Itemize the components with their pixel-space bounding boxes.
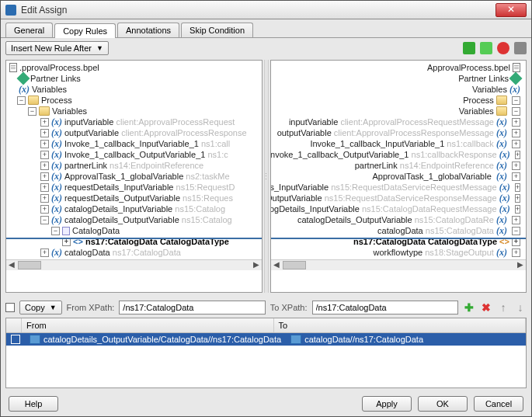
tab-general[interactable]: General	[5, 23, 53, 37]
expand-icon[interactable]: +	[40, 183, 49, 192]
expand-icon[interactable]: +	[512, 118, 520, 127]
expand-icon[interactable]: −	[40, 216, 49, 224]
tree-item[interactable]: ApprovalTask_1_globalVariable (x) +	[274, 171, 523, 182]
tree-item[interactable]: +(x)outputVariable client:ApprovalProces…	[9, 127, 259, 138]
target-workflow[interactable]: workflowtype	[374, 248, 423, 257]
dialog-title: Edit Assign	[21, 5, 495, 16]
tree-item[interactable]: −(x)catalogDetails_OutputVariable ns15:C…	[9, 214, 259, 225]
expand-icon[interactable]: +	[40, 162, 49, 170]
col-to[interactable]: To	[274, 318, 527, 332]
tree-icon[interactable]	[463, 42, 475, 54]
expand-icon[interactable]: +	[40, 140, 49, 148]
target-process[interactable]: Process	[463, 96, 494, 105]
tree-item[interactable]: +(x)inputVariable client:ApprovalProcess…	[9, 116, 259, 127]
source-pane[interactable]: .pprovalProcess.bpel Partner Links (x)Va…	[5, 60, 263, 293]
source-proc-vars[interactable]: Variables	[52, 106, 87, 116]
source-catalogdata[interactable]: CatalogData	[72, 226, 120, 235]
tree-item[interactable]: +(x)ApprovalTask_1_globalVariable ns2:ta…	[9, 171, 259, 182]
help-button[interactable]: Help	[9, 396, 58, 412]
expand-icon[interactable]: +	[512, 140, 520, 148]
tab-copy-rules[interactable]: Copy Rules	[54, 23, 116, 38]
expand-icon[interactable]: −	[512, 96, 520, 105]
add-rule-icon[interactable]: ✚	[463, 301, 475, 314]
tree-item[interactable]: +(x)catalogDetails_InputVariable ns15:Ca…	[9, 203, 259, 214]
variable-icon: (x)	[496, 160, 507, 172]
expand-icon[interactable]: +	[40, 248, 49, 257]
tree-item[interactable]: +(x)Invoke_1_callback_InputVariable_1 ns…	[9, 138, 259, 149]
copy-dropdown[interactable]: Copy▼	[19, 301, 62, 314]
source-partner-links[interactable]: Partner Links	[30, 74, 81, 83]
expand-icon[interactable]: −	[28, 107, 37, 116]
tree-item[interactable]: catalogDetails_OutputVariable ns15:Catal…	[274, 214, 523, 225]
remove-rule-icon[interactable]: ✖	[480, 301, 492, 314]
tree-item[interactable]: requestDetails_OutputVariable ns15:Reque…	[274, 193, 523, 203]
tree-item[interactable]: Invoke_1_callback_OutputVariable_1 ns1:c…	[274, 149, 523, 160]
target-variables[interactable]: Variables	[472, 85, 507, 94]
tree-item[interactable]: +(x)partnerLink ns14:EndpointReference	[9, 160, 259, 171]
expand-icon[interactable]: +	[62, 238, 71, 246]
from-xpath-input[interactable]	[119, 301, 265, 314]
to-xpath-input[interactable]	[312, 301, 458, 314]
move-up-icon[interactable]: ↑	[497, 301, 509, 314]
expand-icon[interactable]: +	[40, 205, 49, 214]
cancel-button[interactable]: Cancel	[474, 396, 523, 412]
tree-item[interactable]: +(x)Invoke_1_callback_OutputVariable_1 n…	[9, 149, 259, 160]
ok-button[interactable]: OK	[418, 396, 468, 412]
tree-item[interactable]: +(x)requestDetails_InputVariable ns15:Re…	[9, 182, 259, 193]
expand-icon[interactable]: −	[512, 107, 520, 116]
expand-icon[interactable]: +	[512, 162, 520, 170]
source-process[interactable]: Process	[41, 96, 72, 105]
table-row[interactable]: catalogDetails_OutputVariable/CatalogDat…	[6, 333, 526, 346]
row-checkbox[interactable]	[5, 303, 15, 312]
col-from[interactable]: From	[22, 318, 274, 332]
delete-icon[interactable]	[497, 42, 509, 54]
expand-icon[interactable]: +	[515, 151, 520, 159]
expand-icon[interactable]: +	[512, 238, 520, 246]
expand-icon[interactable]: +	[512, 216, 520, 224]
row-checkbox[interactable]	[11, 335, 20, 344]
expand-icon[interactable]: +	[40, 194, 49, 203]
source-variables[interactable]: Variables	[32, 85, 67, 94]
add-icon[interactable]	[480, 42, 492, 54]
tree-item[interactable]: inputVariable client:ApprovalProcessRequ…	[274, 116, 523, 127]
expand-icon[interactable]: −	[51, 227, 60, 235]
close-button[interactable]: ✕	[495, 3, 527, 17]
expand-icon[interactable]: +	[40, 151, 49, 159]
tree-item[interactable]: requestDetails_InputVariable ns15:Reques…	[274, 182, 523, 193]
tree-item[interactable]: partnerLink ns14:EndpointReference (x) +	[274, 160, 523, 171]
expand-icon[interactable]: +	[515, 194, 520, 203]
expand-icon[interactable]: +	[515, 183, 520, 192]
tree-item[interactable]: outputVariable client:ApprovalProcessRes…	[274, 127, 523, 138]
target-partner-links[interactable]: Partner Links	[458, 74, 509, 83]
tab-skip-condition[interactable]: Skip Condition	[181, 23, 253, 37]
horizontal-scrollbar[interactable]: ◀▶	[6, 259, 262, 270]
splitter[interactable]: ⋮	[264, 60, 269, 293]
horizontal-scrollbar[interactable]: ◀▶	[271, 259, 527, 270]
target-catalog-node[interactable]: ns17:CatalogData CatalogDataType	[353, 237, 497, 246]
apply-button[interactable]: Apply	[362, 396, 412, 412]
tree-item[interactable]: catalogDetails_InputVariable ns15:Catalo…	[274, 203, 523, 214]
expand-icon[interactable]: +	[40, 172, 49, 181]
expand-icon[interactable]: −	[512, 227, 520, 235]
target-pane[interactable]: ApprovalProcess.bpel Partner Links Varia…	[270, 60, 527, 293]
expand-icon[interactable]: +	[515, 205, 520, 214]
expand-icon[interactable]: −	[17, 96, 26, 105]
target-proc-vars[interactable]: Variables	[459, 106, 494, 116]
variable-icon: (x)	[496, 214, 507, 226]
insert-rule-dropdown[interactable]: Insert New Rule After ▼	[5, 41, 109, 55]
target-catalogdata[interactable]: catalogData	[377, 226, 423, 235]
expand-icon[interactable]: +	[40, 118, 49, 127]
tree-item[interactable]: +(x)requestDetails_OutputVariable ns15:R…	[9, 193, 259, 203]
move-down-icon[interactable]: ↓	[514, 301, 527, 314]
variable-icon: (x)	[499, 193, 510, 204]
expand-icon[interactable]: +	[512, 172, 520, 181]
tab-annotations[interactable]: Annotations	[117, 23, 179, 37]
expand-icon[interactable]: +	[512, 129, 520, 137]
variable-icon: (x)	[499, 149, 510, 161]
tree-item[interactable]: Invoke_1_callback_InputVariable_1 ns1:ca…	[274, 138, 523, 149]
source-catalogdata2[interactable]: catalogData	[64, 248, 110, 257]
expand-icon[interactable]: +	[512, 248, 520, 257]
source-catalog-node[interactable]: ns17:CatalogData CatalogDataType	[85, 237, 229, 246]
expand-icon[interactable]: +	[40, 129, 49, 137]
settings-icon[interactable]	[514, 42, 527, 54]
